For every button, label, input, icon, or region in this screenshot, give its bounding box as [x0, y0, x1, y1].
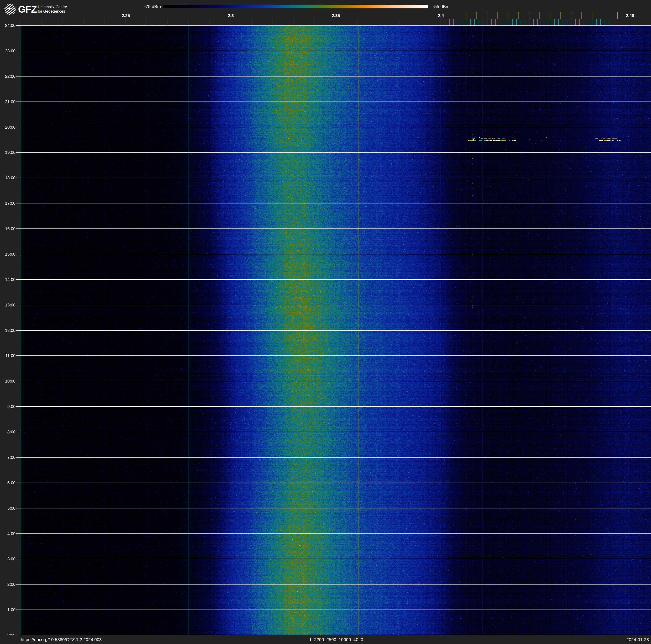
- ble-channel-tick: [596, 19, 597, 25]
- time-axis: 24:0023:0022:0021:0020:0019:0018:0017:00…: [0, 0, 21, 644]
- time-axis-label: 10:00: [0, 379, 16, 383]
- time-axis-tick: [17, 381, 21, 381]
- wifi-channel-tick: [571, 12, 571, 19]
- ble-channel-tick: [478, 19, 479, 25]
- time-axis-tick: [17, 508, 21, 508]
- time-axis-label: 9:00: [0, 404, 16, 409]
- ble-channel-tick: [541, 19, 542, 25]
- time-axis-label: 8:00: [0, 430, 16, 434]
- freq-axis-label: 2.49: [621, 13, 640, 18]
- time-axis-tick: [17, 330, 21, 331]
- freq-minor-tick: [315, 19, 315, 25]
- wifi-channel-tick: [539, 12, 540, 19]
- time-axis-tick: [17, 610, 21, 610]
- time-axis-tick: [17, 432, 21, 432]
- time-axis-tick: [17, 203, 21, 203]
- time-axis-label: 11:00: [0, 353, 16, 358]
- time-axis-tick: [17, 25, 21, 26]
- ble-channel-tick: [454, 19, 454, 25]
- ble-channel-tick: [604, 19, 605, 25]
- time-axis-tick: [17, 254, 21, 254]
- header: GFZ Helmholtz Centre for Geosciences -75…: [0, 0, 651, 25]
- ble-channel-tick: [563, 19, 563, 25]
- time-axis-label: 19:00: [0, 150, 16, 155]
- freq-minor-tick: [441, 19, 441, 25]
- doi-link: https://doi.org/10.5880/GFZ.1.2.2024.003: [21, 635, 102, 644]
- ble-channel-tick: [517, 19, 517, 25]
- time-axis-label: 17:00: [0, 201, 16, 206]
- ble-channel-tick: [495, 19, 496, 25]
- wifi-channel-tick: [550, 12, 550, 19]
- time-axis-tick: [17, 406, 21, 407]
- ble-channel-tick: [579, 19, 580, 25]
- freq-minor-tick: [399, 19, 399, 25]
- time-axis-label: 22:00: [0, 74, 16, 79]
- ble-channel-tick: [466, 19, 466, 25]
- ble-channel-tick: [533, 19, 534, 25]
- time-axis-label: 24:00: [0, 23, 16, 28]
- freq-minor-tick: [630, 19, 630, 25]
- freq-minor-tick: [273, 19, 273, 25]
- time-axis-label: 20:00: [0, 125, 16, 129]
- ble-channel-tick: [592, 19, 592, 25]
- time-axis-tick: [17, 51, 21, 51]
- ble-channel-tick: [558, 19, 559, 25]
- time-axis-label: 15:00: [0, 252, 16, 257]
- ble-channel-tick: [470, 19, 471, 25]
- ble-channel-tick: [521, 19, 521, 25]
- time-axis-tick: [17, 305, 21, 305]
- wifi-channel-tick: [529, 12, 529, 19]
- time-axis-label: 5:00: [0, 506, 16, 510]
- time-axis-tick: [17, 76, 21, 77]
- wifi-channel-tick: [592, 12, 592, 19]
- time-axis-label: 23:00: [0, 49, 16, 53]
- ble-channel-tick: [458, 19, 458, 25]
- time-axis-tick: [17, 178, 21, 178]
- freq-minor-tick: [104, 19, 105, 25]
- ble-channel-tick: [554, 19, 555, 25]
- time-axis-tick: [17, 229, 21, 229]
- freq-minor-tick: [63, 19, 63, 25]
- time-axis-label: 2:00: [0, 582, 16, 587]
- freq-minor-tick: [126, 19, 126, 25]
- ble-channel-tick: [575, 19, 576, 25]
- time-axis-tick: [17, 127, 21, 127]
- ble-channel-tick: [584, 19, 584, 25]
- time-axis-tick: [17, 279, 21, 280]
- ble-channel-tick: [537, 19, 538, 25]
- ble-channel-tick: [474, 19, 475, 25]
- freq-minor-tick: [84, 19, 84, 25]
- ble-channel-tick: [571, 19, 571, 25]
- freq-axis-label: 2.3: [221, 13, 240, 18]
- time-axis-label: 16:00: [0, 226, 16, 231]
- freq-minor-tick: [420, 19, 420, 25]
- wifi-channel-tick: [487, 12, 488, 19]
- freq-minor-tick: [41, 19, 42, 25]
- ble-channel-tick: [588, 19, 588, 25]
- freq-minor-tick: [167, 19, 168, 25]
- footer: https://doi.org/10.5880/GFZ.1.2.2024.003…: [0, 635, 651, 644]
- ble-channel-tick: [449, 19, 450, 25]
- time-axis-label: 21:00: [0, 99, 16, 104]
- ble-channel-tick: [609, 19, 609, 25]
- wifi-channel-tick: [497, 12, 498, 19]
- ble-channel-tick: [567, 19, 567, 25]
- time-axis-label: 4:00: [0, 531, 16, 536]
- ble-channel-tick: [487, 19, 488, 25]
- ble-channel-tick: [491, 19, 492, 25]
- ble-channel-tick: [550, 19, 550, 25]
- freq-minor-tick: [293, 19, 294, 25]
- freq-minor-tick: [189, 19, 189, 25]
- wifi-channel-tick: [508, 12, 508, 19]
- dataset-id: 1_2200_2500_10000_40_0: [294, 635, 378, 644]
- freq-minor-tick: [252, 19, 252, 25]
- freq-minor-tick: [147, 19, 147, 25]
- time-axis-tick: [17, 584, 21, 585]
- freq-axis-label: 2.35: [327, 13, 345, 18]
- time-axis-label: 14:00: [0, 277, 16, 282]
- time-axis-tick: [17, 152, 21, 153]
- ble-channel-tick: [504, 19, 504, 25]
- time-axis-label: 6:00: [0, 480, 16, 485]
- date-label: 2024-01-23: [607, 635, 649, 644]
- ble-channel-tick: [462, 19, 462, 25]
